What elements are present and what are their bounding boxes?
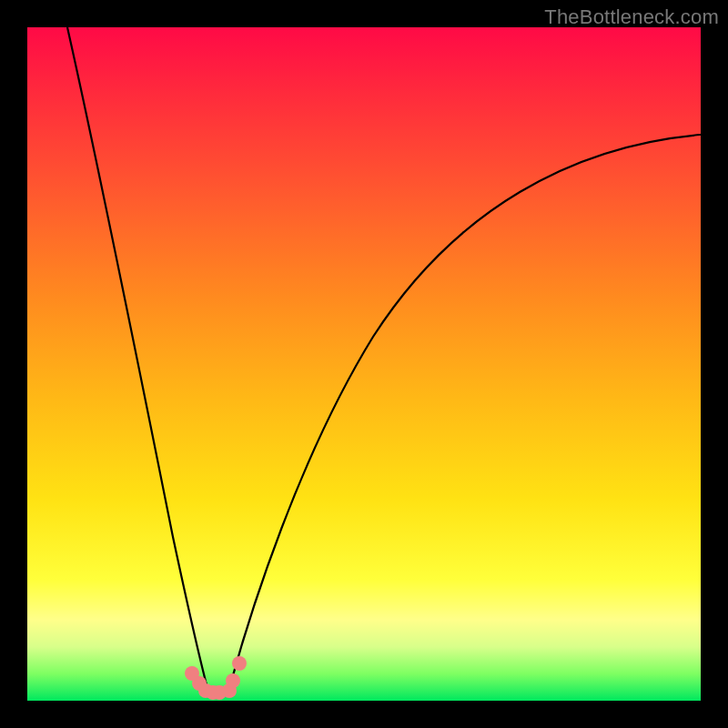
right-branch-curve	[228, 135, 701, 695]
watermark-text: TheBottleneck.com	[544, 5, 719, 29]
chart-frame: TheBottleneck.com	[0, 0, 728, 728]
left-branch-curve	[67, 27, 209, 695]
curve-layer	[27, 27, 701, 701]
marker-dot	[226, 673, 240, 688]
marker-dot	[232, 656, 247, 671]
marker-cluster	[185, 656, 247, 700]
plot-area	[27, 27, 701, 701]
